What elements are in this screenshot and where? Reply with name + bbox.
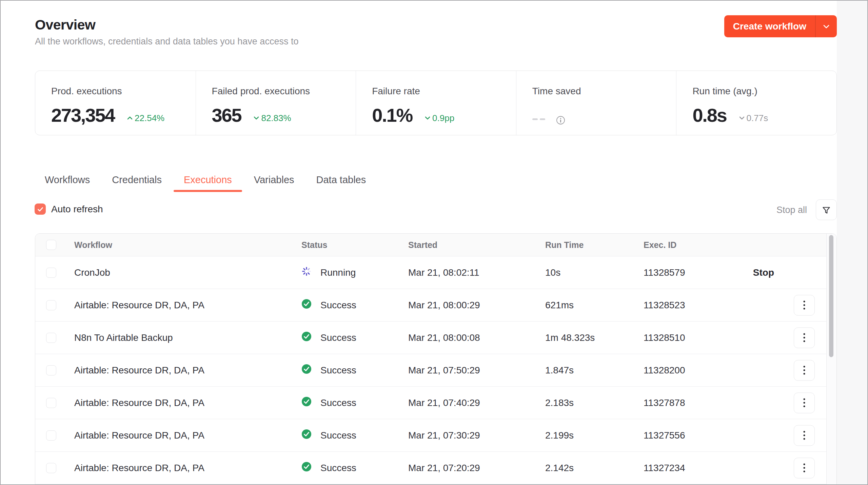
column-header-started: Started [408,240,545,250]
stat-value: 0.8s [692,104,726,126]
workflow-name: Airtable: Resource DR, DA, PA [74,365,301,376]
row-menu-button[interactable] [794,327,815,348]
run-time: 2.142s [545,463,644,473]
stat-time-saved: Time saved [516,71,676,135]
kebab-icon [803,366,806,375]
create-workflow-label: Create workflow [724,15,815,37]
stat-delta: 0.77s [738,113,768,123]
page-header: Overview All the workflows, credentials … [35,17,298,47]
chevron-down-icon [822,22,831,31]
column-header-workflow: Workflow [74,240,301,250]
table-row[interactable]: Airtable: Resource DR, DA, PA Success Ma… [35,289,826,322]
workflow-name: Airtable: Resource DR, DA, PA [74,300,301,311]
status-icon [301,299,312,311]
column-header-exec-id: Exec. ID [644,240,754,250]
stat-value: 0.1% [372,104,412,126]
workflow-name: Airtable: Resource DR, DA, PA [74,430,301,441]
started-time: Mar 21, 08:00:29 [408,300,545,311]
success-icon [301,299,312,309]
executions-table: Workflow Status Started Run Time Exec. I… [35,233,837,485]
stat-value: 273,354 [51,104,115,126]
stat-value: 365 [212,104,241,126]
create-workflow-dropdown[interactable] [816,15,837,37]
run-time: 10s [545,267,644,278]
exec-id: 11327878 [644,397,754,408]
row-checkbox[interactable] [46,430,56,441]
tab-executions[interactable]: Executions [174,171,242,189]
filter-button[interactable] [816,199,837,220]
row-actions: Stop [754,256,826,289]
row-checkbox[interactable] [46,268,56,278]
filter-icon [821,205,831,215]
table-row[interactable]: CronJob Running Mar 21, 08:02:11 10s 113… [35,256,826,289]
row-checkbox[interactable] [46,398,56,408]
create-workflow-button[interactable]: Create workflow [724,15,837,37]
stop-button[interactable]: Stop [753,267,774,278]
row-checkbox[interactable] [46,463,56,473]
table-row[interactable]: Airtable: Resource DR, DA, PA Success Ma… [35,387,826,419]
exec-id: 11328579 [644,267,754,278]
started-time: Mar 21, 08:00:08 [408,332,545,343]
tab-workflows[interactable]: Workflows [35,171,100,189]
running-spinner-icon [301,266,312,276]
success-icon [301,462,312,472]
column-header-run-time: Run Time [545,240,644,250]
trend-up-icon [126,114,134,122]
auto-refresh-checkbox[interactable] [35,203,46,215]
status-icon [301,266,312,279]
table-row[interactable]: N8n To Airtable Backup Success Mar 21, 0… [35,322,826,354]
select-all-checkbox[interactable] [46,240,56,250]
status-icon [301,429,312,442]
kebab-icon [803,463,806,473]
tab-variables[interactable]: Variables [244,171,304,189]
table-row[interactable]: Airtable: Resource DR, DA, PA Success Ma… [35,419,826,452]
stat-failed-executions: Failed prod. executions 365 82.83% [196,71,356,135]
kebab-icon [803,431,806,440]
workflow-name: N8n To Airtable Backup [74,332,301,343]
run-time: 2.199s [545,430,644,441]
page-subtitle: All the workflows, credentials and data … [35,36,298,47]
row-menu-button[interactable] [794,458,815,478]
stats-bar: Prod. executions 273,354 22.54% Failed p… [35,71,837,135]
status-label: Success [320,463,356,473]
scrollbar-thumb[interactable] [829,235,833,357]
stat-label: Prod. executions [51,86,196,97]
workflow-name: Airtable: Resource DR, DA, PA [74,463,301,473]
auto-refresh-toggle[interactable]: Auto refresh [35,203,103,215]
row-checkbox[interactable] [46,333,56,343]
row-menu-button[interactable] [794,360,815,381]
tab-credentials[interactable]: Credentials [102,171,172,189]
status-label: Success [320,300,356,311]
row-menu-button[interactable] [794,425,815,446]
empty-value-dashes [532,115,547,121]
info-icon[interactable] [556,116,565,126]
table-scrollbar [826,234,836,485]
table-row[interactable]: Airtable: Resource DR, DA, PA Success Ma… [35,354,826,387]
success-icon [301,396,312,407]
row-menu-button[interactable] [794,392,815,413]
tab-data-tables[interactable]: Data tables [306,171,376,189]
row-actions [754,322,826,354]
exec-id: 11327556 [644,430,754,441]
row-checkbox[interactable] [46,300,56,310]
row-actions [754,354,826,386]
row-menu-button[interactable] [794,295,815,315]
stat-run-time: Run time (avg.) 0.8s 0.77s [676,71,836,135]
trend-down-icon [738,114,746,122]
stop-all-button[interactable]: Stop all [776,205,807,215]
started-time: Mar 21, 07:40:29 [408,397,545,408]
column-header-status: Status [301,240,408,250]
workflow-name: Airtable: Resource DR, DA, PA [74,397,301,408]
row-actions [754,452,826,484]
started-time: Mar 21, 07:20:29 [408,463,545,473]
run-time: 2.183s [545,397,644,408]
kebab-icon [803,300,806,310]
success-icon [301,429,312,439]
status-label: Success [320,332,356,343]
trend-down-icon [253,114,260,122]
status-label: Success [320,365,356,376]
row-actions [754,387,826,419]
exec-id: 11328510 [644,332,754,343]
row-checkbox[interactable] [46,365,56,375]
table-row[interactable]: Airtable: Resource DR, DA, PA Success Ma… [35,452,826,484]
